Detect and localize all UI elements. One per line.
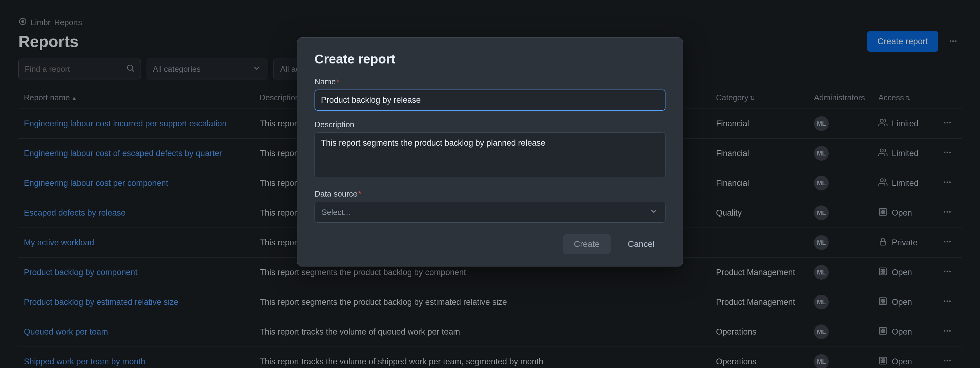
- modal-title: Create report: [315, 52, 665, 67]
- modal-overlay[interactable]: Create report Name* Description Data sou…: [0, 0, 980, 368]
- name-field[interactable]: [315, 90, 665, 111]
- datasource-field-label-text: Data source: [315, 189, 357, 198]
- description-field[interactable]: [315, 133, 665, 178]
- modal-cancel-button[interactable]: Cancel: [617, 234, 665, 254]
- chevron-down-icon: [649, 207, 659, 218]
- modal-create-button[interactable]: Create: [563, 234, 611, 254]
- required-asterisk: *: [358, 189, 361, 198]
- description-field-label: Description: [315, 120, 665, 130]
- datasource-placeholder: Select...: [321, 208, 350, 217]
- name-field-label: Name*: [315, 77, 665, 86]
- datasource-field-label: Data source*: [315, 189, 665, 199]
- create-report-modal: Create report Name* Description Data sou…: [297, 37, 683, 267]
- name-field-label-text: Name: [315, 77, 336, 86]
- datasource-select[interactable]: Select...: [315, 202, 665, 222]
- required-asterisk: *: [336, 77, 339, 86]
